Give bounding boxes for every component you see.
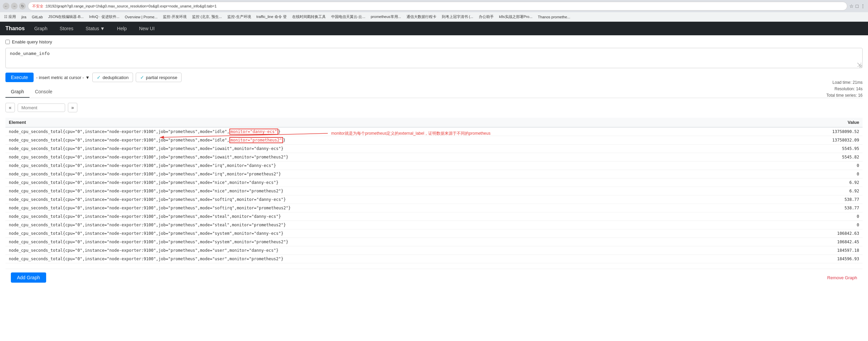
- menu-icon[interactable]: ⋮: [861, 3, 865, 9]
- address-bar[interactable]: 不安全 :19192/graph?g0.range_input=1h&g0.ma…: [28, 2, 847, 11]
- deduplication-button[interactable]: ✓ deduplication: [92, 73, 133, 82]
- value-cell: 106842.45: [773, 238, 863, 246]
- deduplication-label: deduplication: [102, 75, 129, 80]
- moment-input[interactable]: [18, 103, 65, 112]
- enable-query-history-checkbox[interactable]: [5, 40, 10, 44]
- bookmark-json[interactable]: JSON在线编辑器-B...: [47, 14, 85, 20]
- element-column-header: Element: [5, 118, 773, 127]
- nav-graph[interactable]: Graph: [32, 24, 50, 33]
- results-container: monitor就是为每个prometheus定义的external_label，…: [5, 118, 863, 263]
- bookmark-office[interactable]: 办公助手: [477, 14, 495, 20]
- bookmark-gitlab[interactable]: GitLab: [31, 14, 44, 20]
- extensions-icon[interactable]: □: [856, 3, 858, 9]
- element-cell: node_cpu_seconds_total{cpu="0",instance=…: [5, 187, 773, 195]
- check-icon-partial: ✓: [140, 75, 144, 80]
- query-input[interactable]: [5, 48, 863, 68]
- table-row: node_cpu_seconds_total{cpu="0",instance=…: [5, 204, 863, 212]
- element-cell: node_cpu_seconds_total{cpu="0",instance=…: [5, 246, 773, 255]
- bookmark-telecom[interactable]: 中国电信天翼云-云...: [330, 14, 367, 20]
- view-tabs: Graph Console: [5, 86, 863, 98]
- table-row: node_cpu_seconds_total{cpu="0",instance=…: [5, 153, 863, 162]
- element-cell: node_cpu_seconds_total{cpu="0",instance=…: [5, 145, 773, 153]
- resize-handle-icon: ⇲: [857, 61, 861, 68]
- table-body: node_cpu_seconds_total{cpu="0",instance=…: [5, 127, 863, 263]
- bookmark-overview[interactable]: Overview | Prome...: [124, 14, 159, 20]
- tab-console[interactable]: Console: [30, 86, 58, 98]
- value-cell: 13758032.09: [773, 136, 863, 145]
- element-cell: node_cpu_seconds_total{cpu="0",instance=…: [5, 127, 773, 136]
- forward-button[interactable]: →: [11, 3, 18, 10]
- value-cell: 6.92: [773, 178, 863, 187]
- partial-response-label: partial response: [146, 75, 177, 80]
- value-cell: 0: [773, 162, 863, 170]
- address-text: :19192/graph?g0.range_input=1h&g0.max_so…: [45, 4, 216, 8]
- nav-status[interactable]: Status ▼: [83, 24, 108, 33]
- bookmark-apps[interactable]: ☷ 应用: [3, 14, 17, 20]
- table-row: node_cpu_seconds_total{cpu="0",instance=…: [5, 145, 863, 153]
- bookmark-infoq[interactable]: InfoQ · 促进软件...: [88, 14, 121, 20]
- apps-icon: ☷: [4, 15, 7, 19]
- bookmark-prometheus[interactable]: prometheus常用...: [370, 14, 402, 20]
- element-cell: node_cpu_seconds_total{cpu="0",instance=…: [5, 153, 773, 162]
- table-header-row: Element Value: [5, 118, 863, 127]
- bookmark-monitor-dev[interactable]: 监控-开发环境: [162, 14, 188, 20]
- bookmark-jira[interactable]: jira: [20, 14, 28, 20]
- stats-panel: Load time: 21ms Resolution: 14s Total ti…: [826, 79, 863, 99]
- remove-graph-button[interactable]: Remove Graph: [827, 275, 857, 280]
- chevron-down-icon: ▼: [100, 26, 105, 31]
- toolbar: Execute - insert metric at cursor - ▼ ✓ …: [5, 73, 863, 82]
- refresh-button[interactable]: ↻: [19, 3, 26, 10]
- next-arrow-button[interactable]: »: [68, 103, 77, 112]
- bookmark-k8s[interactable]: k8s实战之部署Pro...: [498, 14, 534, 20]
- element-cell: node_cpu_seconds_total{cpu="0",instance=…: [5, 212, 773, 221]
- load-time: Load time: 21ms: [826, 79, 863, 86]
- value-cell: 0: [773, 221, 863, 229]
- value-cell: 106842.63: [773, 229, 863, 238]
- value-cell: 5545.82: [773, 153, 863, 162]
- value-cell: 184597.18: [773, 246, 863, 255]
- table-row: node_cpu_seconds_total{cpu="0",instance=…: [5, 178, 863, 187]
- security-badge: 不安全: [32, 4, 43, 9]
- back-button[interactable]: ←: [3, 3, 10, 10]
- bookmark-traffic[interactable]: traffic_line 命令 登: [255, 14, 288, 20]
- bookmark-star-icon[interactable]: ☆: [849, 3, 854, 9]
- prev-arrow-button[interactable]: «: [5, 103, 15, 112]
- query-history-row: Enable query history: [5, 39, 863, 44]
- tab-graph[interactable]: Graph: [5, 86, 30, 98]
- table-row: node_cpu_seconds_total{cpu="0",instance=…: [5, 212, 863, 221]
- bookmark-thanos[interactable]: Thanos promethe...: [536, 14, 571, 20]
- query-input-wrap: ⇲: [5, 48, 863, 69]
- bookmark-timestamp[interactable]: 在线时间戳转换工具: [291, 14, 327, 20]
- main-content: Load time: 21ms Resolution: 14s Total ti…: [0, 35, 868, 341]
- footer-bar: Add Graph Remove Graph: [5, 269, 863, 286]
- execute-button[interactable]: Execute: [5, 73, 34, 82]
- value-cell: 0: [773, 212, 863, 221]
- value-cell: 5545.95: [773, 145, 863, 153]
- element-cell: node_cpu_seconds_total{cpu="0",instance=…: [5, 162, 773, 170]
- bookmark-font[interactable]: 到考上冠字清书 (...: [440, 14, 475, 20]
- browser-controls: ← → ↻: [3, 3, 26, 10]
- nav-help[interactable]: Help: [114, 24, 130, 33]
- bookmark-bigdata[interactable]: 通信大数据行程卡: [405, 14, 438, 20]
- table-row: node_cpu_seconds_total{cpu="0",instance=…: [5, 136, 863, 145]
- nav-stores[interactable]: Stores: [57, 24, 76, 33]
- value-cell: 13758090.52: [773, 127, 863, 136]
- results-table: Element Value node_cpu_seconds_total{cpu…: [5, 118, 863, 263]
- element-cell: node_cpu_seconds_total{cpu="0",instance=…: [5, 255, 773, 263]
- app-brand: Thanos: [5, 25, 25, 32]
- partial-response-button[interactable]: ✓ partial response: [136, 73, 182, 82]
- add-graph-button[interactable]: Add Graph: [11, 272, 46, 283]
- table-row: node_cpu_seconds_total{cpu="0",instance=…: [5, 187, 863, 195]
- value-cell: 538.77: [773, 204, 863, 212]
- nav-newui[interactable]: New UI: [136, 24, 157, 33]
- element-cell: node_cpu_seconds_total{cpu="0",instance=…: [5, 178, 773, 187]
- dropdown-arrow-icon: ▼: [85, 75, 90, 80]
- bookmark-monitor-bj[interactable]: 监控 (北京, 预生...: [191, 14, 223, 20]
- insert-metric-dropdown[interactable]: - insert metric at cursor - ▼: [36, 75, 90, 80]
- table-row: node_cpu_seconds_total{cpu="0",instance=…: [5, 162, 863, 170]
- table-row: node_cpu_seconds_total{cpu="0",instance=…: [5, 255, 863, 263]
- table-row: node_cpu_seconds_total{cpu="0",instance=…: [5, 229, 863, 238]
- element-cell: node_cpu_seconds_total{cpu="0",instance=…: [5, 221, 773, 229]
- bookmark-monitor-prod[interactable]: 监控-生产环境: [226, 14, 252, 20]
- insert-metric-label: - insert metric at cursor -: [36, 75, 84, 80]
